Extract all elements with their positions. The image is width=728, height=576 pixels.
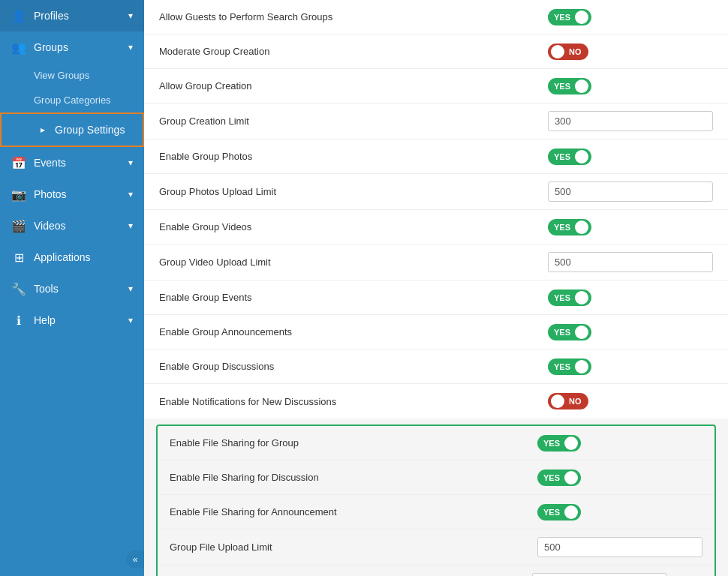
control-maximum-file-size: (MB) upload_max_filesize defined in php.…	[532, 573, 702, 576]
row-enable-group-events: Enable Group Events YES	[144, 280, 728, 315]
row-enable-group-discussions: Enable Group Discussions YES	[144, 350, 728, 384]
control-enable-group-events: YES	[548, 290, 713, 306]
sidebar-item-events[interactable]: 📅 Events ▾	[0, 147, 144, 178]
row-allow-group-creation: Allow Group Creation YES	[144, 69, 728, 104]
toggle-yes-text-3: YES	[554, 152, 570, 161]
control-allow-guests-search: YES	[548, 9, 713, 26]
toggle-yes-text-7: YES	[554, 362, 570, 371]
row-enable-file-sharing-group: Enable File Sharing for Group YES	[158, 426, 714, 460]
toggle-knob-5	[575, 291, 588, 304]
row-group-video-upload-limit: Group Video Upload Limit	[144, 244, 728, 280]
sidebar-item-view-groups[interactable]: View Groups	[0, 63, 144, 88]
group-settings-arrow-icon: ▸	[35, 122, 50, 137]
sidebar-collapse-button[interactable]: «	[126, 550, 144, 568]
toggle-enable-file-sharing-discussion[interactable]: YES	[537, 470, 581, 486]
toggle-yes-text: YES	[554, 13, 570, 22]
sidebar-label-photos: Photos	[34, 188, 125, 200]
profiles-arrow: ▾	[128, 10, 133, 21]
row-allow-guests-search: Allow Guests to Perform Search Groups YE…	[144, 0, 728, 34]
groups-arrow: ▾	[128, 42, 133, 52]
row-enable-group-photos: Enable Group Photos YES	[144, 140, 728, 174]
sidebar-item-photos[interactable]: 📷 Photos ▾	[0, 178, 144, 210]
tools-icon: 🔧	[11, 281, 26, 296]
row-enable-file-sharing-discussion: Enable File Sharing for Discussion YES	[158, 460, 714, 495]
videos-arrow: ▾	[128, 220, 133, 231]
applications-icon: ⊞	[11, 250, 26, 265]
label-enable-file-sharing-group: Enable File Sharing for Group	[170, 437, 537, 448]
sidebar-label-events: Events	[34, 157, 125, 169]
label-enable-group-photos: Enable Group Photos	[159, 151, 548, 162]
input-group-creation-limit[interactable]	[548, 111, 713, 131]
main-content: Allow Guests to Perform Search Groups YE…	[144, 0, 728, 576]
tools-arrow: ▾	[128, 284, 133, 294]
input-group-photos-upload-limit[interactable]	[548, 182, 713, 202]
toggle-enable-group-videos[interactable]: YES	[548, 219, 591, 236]
sidebar-item-tools[interactable]: 🔧 Tools ▾	[0, 273, 144, 304]
control-enable-group-discussions: YES	[548, 358, 713, 375]
profiles-icon: 👤	[11, 8, 26, 23]
toggle-knob-no	[551, 45, 564, 58]
sidebar-item-groups[interactable]: 👥 Groups ▾	[0, 32, 144, 63]
control-enable-group-announcements: YES	[548, 324, 713, 340]
control-enable-group-photos: YES	[548, 148, 713, 165]
label-enable-notifications-discussions: Enable Notifications for New Discussions	[159, 396, 548, 407]
sidebar-label-profiles: Profiles	[34, 10, 125, 22]
groups-icon: 👥	[11, 40, 26, 55]
toggle-enable-group-discussions[interactable]: YES	[548, 358, 591, 375]
toggle-yes-text-8: YES	[543, 439, 560, 448]
toggle-enable-file-sharing-group[interactable]: YES	[537, 435, 581, 452]
toggle-enable-notifications-discussions[interactable]: NO	[548, 393, 588, 410]
photos-arrow: ▾	[128, 189, 133, 200]
toggle-allow-guests-search[interactable]: YES	[548, 9, 591, 26]
input-group-file-upload-limit[interactable]	[537, 537, 702, 557]
toggle-no-text-2: NO	[569, 397, 582, 406]
events-arrow: ▾	[128, 158, 133, 168]
control-enable-group-videos: YES	[548, 219, 713, 236]
toggle-knob-2	[575, 80, 588, 93]
sidebar-item-group-categories[interactable]: Group Categories	[0, 88, 144, 112]
sidebar-label-help: Help	[34, 314, 125, 326]
group-categories-label: Group Categories	[34, 94, 111, 106]
toggle-yes-text-9: YES	[543, 473, 560, 482]
toggle-knob-6	[575, 326, 588, 339]
control-moderate-group-creation: NO	[548, 44, 713, 60]
toggle-knob	[575, 10, 588, 24]
toggle-knob-4	[575, 220, 588, 234]
row-enable-group-announcements: Enable Group Announcements YES	[144, 315, 728, 350]
label-enable-group-videos: Enable Group Videos	[159, 221, 548, 232]
sidebar-item-help[interactable]: ℹ Help ▾	[0, 304, 144, 336]
control-enable-file-sharing-announcement: YES	[537, 504, 702, 520]
toggle-knob-8	[564, 436, 578, 450]
toggle-enable-group-photos[interactable]: YES	[548, 148, 591, 165]
toggle-knob-no-2	[551, 394, 564, 408]
control-group-file-upload-limit	[537, 537, 702, 557]
events-icon: 📅	[11, 155, 26, 170]
sidebar-item-videos[interactable]: 🎬 Videos ▾	[0, 210, 144, 242]
toggle-allow-group-creation[interactable]: YES	[548, 78, 591, 94]
settings-top-section: Allow Guests to Perform Search Groups YE…	[144, 0, 728, 418]
control-group-photos-upload-limit	[548, 182, 713, 202]
toggle-enable-group-events[interactable]: YES	[548, 290, 591, 306]
toggle-no-text: NO	[569, 47, 582, 56]
file-sharing-section: Enable File Sharing for Group YES Enable…	[156, 424, 716, 576]
toggle-enable-group-announcements[interactable]: YES	[548, 324, 591, 340]
help-arrow: ▾	[128, 315, 133, 326]
row-moderate-group-creation: Moderate Group Creation NO	[144, 34, 728, 69]
label-enable-file-sharing-discussion: Enable File Sharing for Discussion	[170, 472, 537, 483]
input-maximum-file-size[interactable]	[532, 573, 667, 576]
sidebar-item-group-settings[interactable]: ▸ Group Settings	[0, 112, 144, 147]
toggle-moderate-group-creation[interactable]: NO	[548, 44, 588, 60]
view-groups-label: View Groups	[34, 70, 89, 81]
toggle-knob-9	[564, 471, 578, 484]
sidebar-label-groups: Groups	[34, 41, 125, 53]
label-allow-group-creation: Allow Group Creation	[159, 80, 548, 92]
sidebar-label-applications: Applications	[34, 251, 133, 263]
sidebar-item-applications[interactable]: ⊞ Applications	[0, 242, 144, 273]
toggle-knob-10	[564, 506, 578, 519]
sidebar-label-tools: Tools	[34, 283, 125, 295]
toggle-enable-file-sharing-announcement[interactable]: YES	[537, 504, 581, 520]
videos-icon: 🎬	[11, 218, 26, 233]
sidebar-item-profiles[interactable]: 👤 Profiles ▾	[0, 0, 144, 32]
input-group-video-upload-limit[interactable]	[548, 252, 713, 272]
control-enable-file-sharing-group: YES	[537, 435, 702, 452]
